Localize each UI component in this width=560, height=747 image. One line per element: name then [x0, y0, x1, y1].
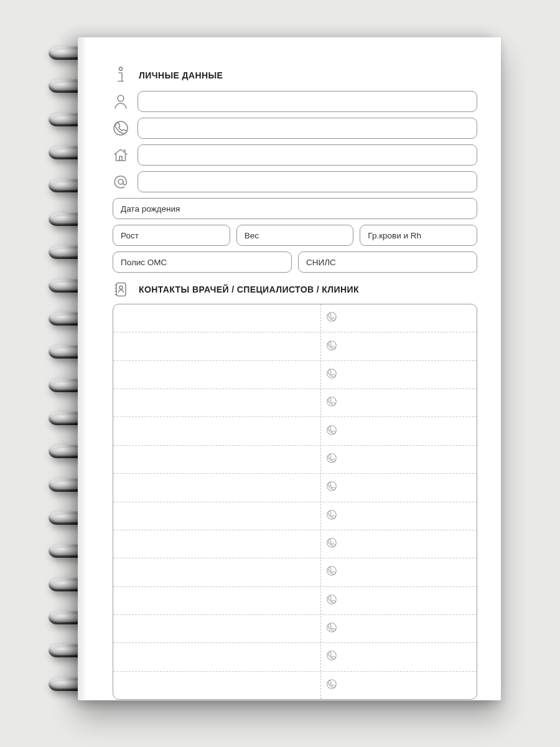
contacts-row[interactable] — [113, 417, 477, 445]
phone-icon — [327, 397, 337, 409]
height-input[interactable]: Рост — [113, 225, 230, 246]
contacts-row[interactable] — [113, 332, 477, 360]
blood-input[interactable]: Гр.крови и Rh — [360, 225, 477, 246]
field-address — [113, 144, 477, 166]
blood-label: Гр.крови и Rh — [368, 231, 421, 240]
address-book-icon — [113, 281, 129, 298]
contacts-row[interactable] — [113, 530, 477, 558]
section-header-personal: ЛИЧНЫЕ ДАННЫЕ — [113, 66, 477, 85]
phone-icon — [327, 622, 337, 635]
phone-icon — [327, 453, 337, 466]
phone-icon — [327, 594, 337, 607]
dob-input[interactable]: Дата рождения — [113, 198, 477, 219]
phone-icon — [327, 481, 337, 494]
name-input[interactable] — [138, 91, 477, 112]
section-title-contacts: КОНТАКТЫ ВРАЧЕЙ / СПЕЦИАЛИСТОВ / КЛИНИК — [139, 284, 359, 294]
svg-point-1 — [118, 95, 124, 101]
field-phone — [113, 118, 477, 139]
svg-point-5 — [119, 286, 123, 289]
weight-label: Вес — [245, 231, 259, 240]
notebook-page: ЛИЧНЫЕ ДАННЫЕ — [78, 37, 501, 700]
section-header-contacts: КОНТАКТЫ ВРАЧЕЙ / СПЕЦИАЛИСТОВ / КЛИНИК — [113, 281, 477, 298]
home-icon — [113, 148, 129, 162]
field-email — [113, 171, 477, 192]
contacts-row[interactable] — [113, 615, 477, 643]
email-input[interactable] — [138, 171, 477, 192]
contacts-row[interactable] — [113, 587, 477, 615]
phone-icon — [113, 121, 129, 136]
info-icon — [113, 66, 129, 85]
phone-icon — [327, 341, 337, 353]
at-icon — [113, 174, 129, 190]
dob-label: Дата рождения — [121, 204, 180, 214]
phone-icon — [327, 312, 337, 324]
field-name — [113, 91, 477, 112]
address-input[interactable] — [138, 144, 477, 166]
svg-point-3 — [118, 179, 123, 184]
snils-label: СНИЛС — [306, 258, 336, 267]
contacts-table[interactable] — [113, 304, 477, 700]
svg-point-0 — [119, 67, 122, 70]
contacts-row[interactable] — [113, 672, 477, 699]
oms-label: Полис ОМС — [121, 258, 167, 267]
contacts-row[interactable] — [113, 643, 477, 671]
section-title-personal: ЛИЧНЫЕ ДАННЫЕ — [139, 70, 223, 80]
weight-input[interactable]: Вес — [236, 225, 354, 246]
contacts-row[interactable] — [113, 474, 477, 502]
height-label: Рост — [121, 231, 139, 240]
phone-icon — [327, 651, 337, 663]
phone-icon — [327, 566, 337, 578]
phone-icon — [327, 510, 337, 522]
phone-icon — [327, 425, 337, 438]
phone-icon — [327, 679, 337, 692]
contacts-row[interactable] — [113, 502, 477, 530]
phone-icon — [327, 369, 337, 381]
snils-input[interactable]: СНИЛС — [298, 251, 477, 273]
page-content: ЛИЧНЫЕ ДАННЫЕ — [113, 66, 477, 675]
phone-icon — [327, 538, 337, 550]
contacts-row[interactable] — [113, 304, 477, 332]
contacts-row[interactable] — [113, 446, 477, 474]
contacts-row[interactable] — [113, 361, 477, 389]
contacts-row[interactable] — [113, 558, 477, 586]
oms-input[interactable]: Полис ОМС — [113, 251, 292, 273]
phone-input[interactable] — [138, 118, 477, 139]
contacts-row[interactable] — [113, 389, 477, 417]
person-icon — [113, 93, 129, 110]
